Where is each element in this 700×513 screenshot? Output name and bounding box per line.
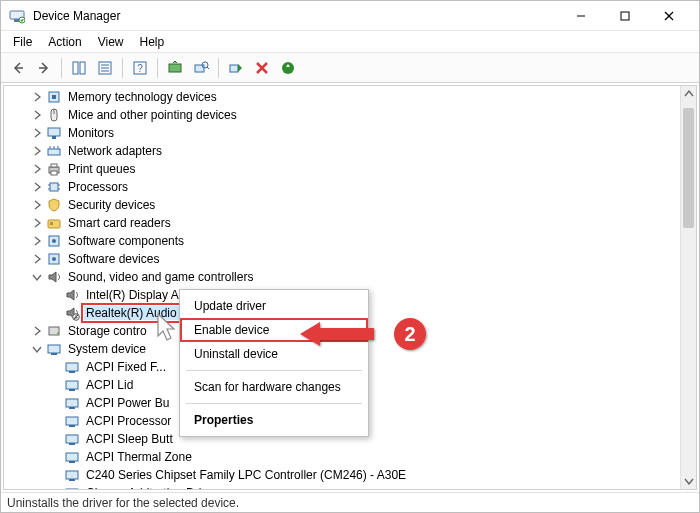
menu-view[interactable]: View <box>90 33 132 51</box>
context-menu-item[interactable]: Update driver <box>180 294 368 318</box>
window-title: Device Manager <box>33 9 120 23</box>
menu-help[interactable]: Help <box>132 33 173 51</box>
context-menu-item[interactable]: Properties <box>180 408 368 432</box>
refresh-button[interactable] <box>276 56 300 80</box>
tree-item[interactable]: Software components <box>4 232 680 250</box>
chevron-right-icon[interactable] <box>30 144 44 158</box>
chevron-right-icon[interactable] <box>30 108 44 122</box>
system-icon <box>64 377 80 393</box>
expander-placeholder <box>48 288 62 302</box>
scroll-up-button[interactable] <box>681 86 697 102</box>
maximize-button[interactable] <box>603 1 647 31</box>
chevron-right-icon[interactable] <box>30 90 44 104</box>
svg-rect-55 <box>69 389 75 391</box>
monitor-icon <box>46 125 62 141</box>
context-menu-item[interactable]: Scan for hardware changes <box>180 375 368 399</box>
printer-icon <box>46 161 62 177</box>
chevron-down-icon[interactable] <box>30 342 44 356</box>
tree-item-label: ACPI Lid <box>84 378 135 392</box>
tree-item-label: Monitors <box>66 126 116 140</box>
svg-rect-42 <box>50 222 53 225</box>
minimize-button[interactable] <box>559 1 603 31</box>
svg-rect-17 <box>169 64 181 72</box>
expander-placeholder <box>48 306 62 320</box>
tree-item[interactable]: C240 Series Chipset Family LPC Controlle… <box>4 466 680 484</box>
context-menu-item[interactable]: Uninstall device <box>180 342 368 366</box>
speaker-icon <box>64 287 80 303</box>
svg-rect-4 <box>621 12 629 20</box>
tree-item[interactable]: Software devices <box>4 250 680 268</box>
chevron-right-icon[interactable] <box>30 162 44 176</box>
network-icon <box>46 143 62 159</box>
tree-item-label: ACPI Fixed F... <box>84 360 168 374</box>
context-menu-item[interactable]: Enable device <box>180 318 368 342</box>
tree-item-label: ACPI Power Bu <box>84 396 171 410</box>
svg-text:?: ? <box>137 63 143 74</box>
chevron-down-icon[interactable] <box>30 270 44 284</box>
svg-rect-24 <box>52 95 56 99</box>
svg-rect-35 <box>51 171 57 175</box>
tree-item[interactable]: Network adapters <box>4 142 680 160</box>
svg-rect-29 <box>48 149 60 155</box>
tree-item-label: ACPI Thermal Zone <box>84 450 194 464</box>
expander-placeholder <box>48 432 62 446</box>
tree-item-label: Smart card readers <box>66 216 173 230</box>
tree-item[interactable]: Security devices <box>4 196 680 214</box>
help-button[interactable]: ? <box>128 56 152 80</box>
expander-placeholder <box>48 468 62 482</box>
tree-item[interactable]: Mice and other pointing devices <box>4 106 680 124</box>
chevron-right-icon[interactable] <box>30 198 44 212</box>
system-icon <box>64 467 80 483</box>
context-menu: Update driverEnable deviceUninstall devi… <box>179 289 369 437</box>
scrollbar-thumb[interactable] <box>683 108 694 228</box>
expander-placeholder <box>48 396 62 410</box>
chevron-right-icon[interactable] <box>30 234 44 248</box>
svg-point-46 <box>52 257 56 261</box>
chevron-right-icon[interactable] <box>30 216 44 230</box>
show-hide-console-button[interactable] <box>67 56 91 80</box>
svg-rect-53 <box>69 371 75 373</box>
context-menu-separator <box>186 403 362 404</box>
back-button[interactable] <box>6 56 30 80</box>
chevron-right-icon[interactable] <box>30 180 44 194</box>
tree-item-label: C240 Series Chipset Family LPC Controlle… <box>84 468 408 482</box>
chevron-right-icon[interactable] <box>30 324 44 338</box>
speaker-disabled-icon <box>64 305 80 321</box>
tree-item[interactable]: Print queues <box>4 160 680 178</box>
scroll-down-button[interactable] <box>681 473 697 489</box>
system-icon <box>46 341 62 357</box>
close-button[interactable] <box>647 1 691 31</box>
menu-file[interactable]: File <box>5 33 40 51</box>
tree-item-label: ACPI Sleep Butt <box>84 432 175 446</box>
sw-icon <box>46 233 62 249</box>
tree-item[interactable]: Processors <box>4 178 680 196</box>
tree-item[interactable]: Monitors <box>4 124 680 142</box>
chevron-right-icon[interactable] <box>30 126 44 140</box>
properties-button[interactable] <box>93 56 117 80</box>
svg-rect-57 <box>69 407 75 409</box>
tree-item[interactable]: Smart card readers <box>4 214 680 232</box>
sw-icon <box>46 251 62 267</box>
svg-rect-50 <box>48 345 60 353</box>
forward-button[interactable] <box>32 56 56 80</box>
system-icon <box>64 431 80 447</box>
tree-item[interactable]: Memory technology devices <box>4 88 680 106</box>
menu-action[interactable]: Action <box>40 33 89 51</box>
vertical-scrollbar[interactable] <box>680 86 696 489</box>
disk-icon <box>46 323 62 339</box>
expander-placeholder <box>48 360 62 374</box>
tree-item[interactable]: Sound, video and game controllers <box>4 268 680 286</box>
chevron-right-icon[interactable] <box>30 252 44 266</box>
expander-placeholder <box>48 450 62 464</box>
titlebar[interactable]: Device Manager <box>1 1 699 31</box>
tree-item-label: Storage contro <box>66 324 149 338</box>
update-driver-button[interactable] <box>163 56 187 80</box>
enable-device-button[interactable] <box>224 56 248 80</box>
tree-item[interactable]: ACPI Thermal Zone <box>4 448 680 466</box>
scan-hardware-button[interactable] <box>189 56 213 80</box>
speaker-icon <box>46 269 62 285</box>
cpu-icon <box>46 179 62 195</box>
uninstall-device-button[interactable] <box>250 56 274 80</box>
tree-item[interactable]: Charge Arbitration Driver <box>4 484 680 489</box>
svg-rect-62 <box>66 453 78 461</box>
